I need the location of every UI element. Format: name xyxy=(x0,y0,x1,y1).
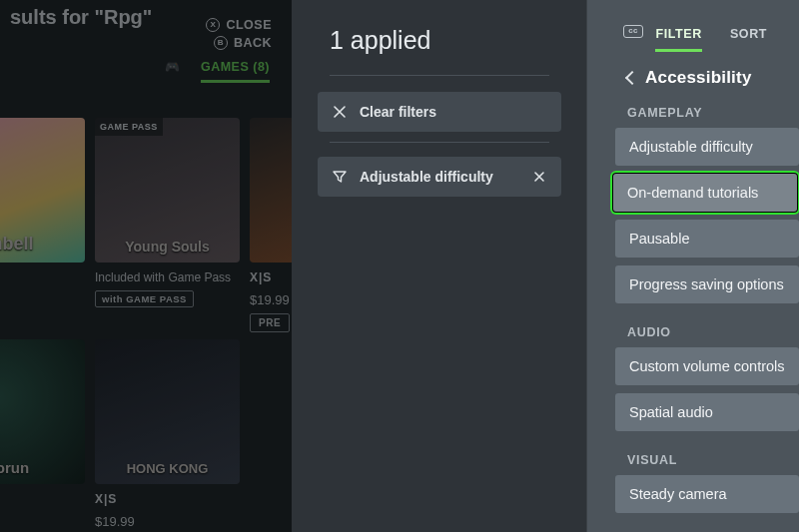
filter-option-adjustable-difficulty[interactable]: Adjustable difficulty xyxy=(615,128,799,166)
filter-option-custom-volume[interactable]: Custom volume controls xyxy=(615,347,799,385)
clear-filters-label: Clear filters xyxy=(360,104,547,120)
applied-filter-chip[interactable]: Adjustable difficulty xyxy=(318,157,561,197)
panel-tabs: cc FILTER SORT xyxy=(587,0,799,52)
results-row-1: nbell GAME PASS Young Souls Included wit… xyxy=(0,118,280,332)
game-pass-note: Included with Game Pass xyxy=(95,270,240,286)
filter-option-progress-saving[interactable]: Progress saving options xyxy=(615,266,799,303)
remove-filter-icon[interactable] xyxy=(531,169,547,185)
section-label-gameplay: GAMEPLAY xyxy=(587,100,799,128)
game-card[interactable]: HONG KONG X|S $19.99 PRE-ORDER xyxy=(95,339,240,532)
xs-badge: X|S xyxy=(95,492,240,506)
filter-option-on-demand-tutorials[interactable]: On-demand tutorials xyxy=(613,174,797,212)
tab-games[interactable]: GAMES (8) xyxy=(201,60,270,83)
breadcrumb-back[interactable]: Accessibility xyxy=(587,52,799,100)
price: $19.99 xyxy=(95,514,240,529)
controller-icon: 🎮 xyxy=(165,60,181,83)
filter-icon xyxy=(332,169,348,185)
divider xyxy=(330,75,549,76)
game-pass-badge: GAME PASS xyxy=(95,118,163,136)
tab-filter[interactable]: FILTER xyxy=(655,27,701,52)
game-pass-pill: with GAME PASS xyxy=(95,290,194,307)
game-card[interactable]: GAME PASS Young Souls Included with Game… xyxy=(95,118,240,332)
applied-heading: 1 applied xyxy=(292,24,587,67)
back-label: BACK xyxy=(234,36,272,50)
store-tabs: 🎮 GAMES (8) xyxy=(0,60,280,83)
game-card[interactable]: nbell xyxy=(0,118,85,332)
chevron-left-icon xyxy=(625,71,639,85)
clear-filters-button[interactable]: Clear filters xyxy=(318,92,561,132)
applied-filter-label: Adjustable difficulty xyxy=(360,169,519,185)
divider xyxy=(330,142,549,143)
section-label-audio: AUDIO xyxy=(587,311,799,347)
filter-option-steady-camera[interactable]: Steady camera xyxy=(615,475,799,513)
back-action[interactable]: B BACK xyxy=(206,36,272,50)
applied-filters-panel: 1 applied Clear filters Adjustable diffi… xyxy=(292,0,587,532)
breadcrumb-label: Accessibility xyxy=(645,68,752,88)
preorder-badge: PRE xyxy=(250,313,290,332)
tab-sort[interactable]: SORT xyxy=(730,27,767,52)
section-label-visual: VISUAL xyxy=(587,439,799,475)
filter-option-spatial-audio[interactable]: Spatial audio xyxy=(615,393,799,431)
search-results-title: sults for "Rpg" xyxy=(10,6,280,29)
close-icon xyxy=(332,104,348,120)
header-actions: X CLOSE B BACK xyxy=(206,18,272,50)
close-key-icon: X xyxy=(206,18,220,32)
filter-option-pausable[interactable]: Pausable xyxy=(615,220,799,258)
results-row-2: orun ORDER HONG KONG X|S $19.99 PRE-ORDE… xyxy=(0,339,280,532)
caption-icon: cc xyxy=(623,25,643,38)
close-label: CLOSE xyxy=(226,18,272,32)
back-key-icon: B xyxy=(214,36,228,50)
filter-panel: cc FILTER SORT Accessibility GAMEPLAY Ad… xyxy=(587,0,799,532)
close-action[interactable]: X CLOSE xyxy=(206,18,272,32)
game-card[interactable]: orun ORDER xyxy=(0,339,85,532)
